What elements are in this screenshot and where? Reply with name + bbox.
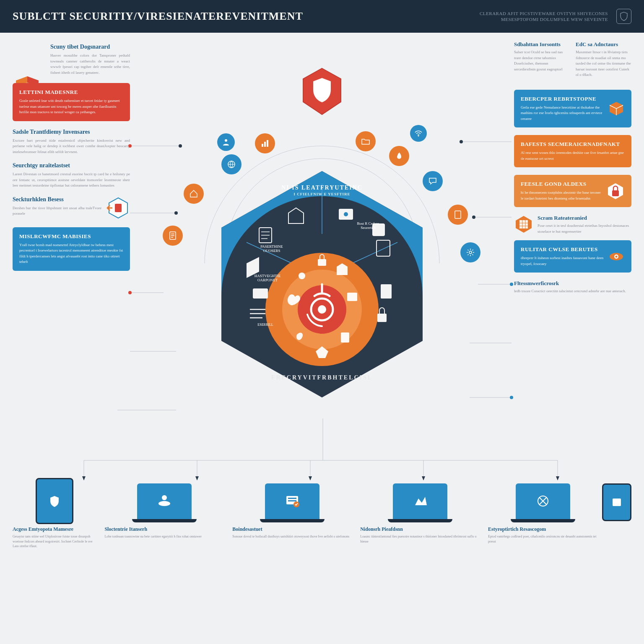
svg-rect-15 — [262, 144, 263, 147]
svg-rect-17 — [267, 140, 268, 147]
grid-hex-icon — [514, 215, 533, 234]
svg-point-59 — [510, 283, 513, 286]
eye-icon — [608, 248, 625, 265]
card-feesle: FEESLE GOND ALDEXS hi he thnomecem tootp… — [514, 175, 631, 207]
package-icon — [608, 100, 625, 117]
svg-point-41 — [162, 495, 167, 500]
header-subtitle: CLERARAD AFIT PICSTIVEWARE OVITYH SHIYEC… — [480, 10, 608, 23]
orbit-doc-icon — [163, 226, 183, 246]
svg-point-60 — [510, 396, 513, 399]
orbit-person-icon — [217, 133, 235, 151]
svg-rect-47 — [613, 499, 621, 506]
main-hexagon — [196, 158, 448, 410]
block-sadsle-title: Sadsle Trantfdiemy Invensares — [13, 129, 130, 135]
svg-rect-18 — [455, 211, 461, 218]
orbit-gear-icon — [460, 242, 480, 262]
svg-rect-44 — [288, 500, 296, 501]
laptop-1-icon — [137, 483, 192, 519]
card-mislrc: MISLRCWFMC MABISIES Yrall twse bcesh mad… — [13, 227, 130, 271]
intro-title: Scuny tibet Dogsnarard — [50, 44, 130, 50]
svg-point-19 — [469, 251, 472, 254]
svg-rect-5 — [612, 190, 619, 196]
svg-rect-7 — [519, 220, 528, 229]
svg-point-30 — [344, 212, 348, 216]
svg-rect-33 — [253, 288, 268, 299]
svg-point-21 — [418, 135, 419, 137]
block-seurch-title: Seurchtgy nraitelastset — [13, 162, 130, 169]
svg-point-10 — [615, 255, 618, 257]
header-bar: SUBLCTT SECURITIY/VIRESIENATEREVENITMENT… — [0, 0, 644, 33]
device-row: Acgess Emtyopota Mamesre Gesaytsr tans s… — [13, 480, 631, 548]
svg-point-58 — [128, 291, 132, 294]
shield-badge-icon — [616, 9, 631, 24]
card-rulitar: RULITAR CWLSE BERUTES dhreprer lt ituheo… — [514, 240, 631, 273]
svg-rect-16 — [264, 142, 266, 147]
svg-rect-38 — [347, 293, 357, 301]
svg-point-20 — [225, 139, 227, 142]
svg-rect-43 — [288, 498, 296, 499]
svg-rect-39 — [341, 332, 349, 343]
center-diagram: NI IS LEATFRYUTEINC I CFIELFNIW E YESFTI… — [196, 158, 448, 410]
orbit-wifi-icon — [410, 125, 427, 142]
svg-rect-34 — [381, 284, 392, 299]
arrow-hex-icon — [106, 196, 130, 220]
orbit-doc2-icon — [448, 205, 468, 225]
bottom-arc-label: FRECRYVITFRBHTELCISL — [267, 374, 377, 381]
right-column: Sdbahttan Iorsontts Salser tcot Oculd se… — [514, 41, 631, 300]
laptop-2-icon — [265, 483, 319, 519]
svg-point-27 — [318, 305, 326, 314]
center-top-label: NI IS LEATFRYUTEINC I CFIELFNIW E YESFTI… — [259, 184, 385, 196]
block-seck-title: Seckturhklen Besess — [13, 196, 101, 203]
laptop-4-icon — [516, 483, 570, 519]
orbit-folder-icon — [356, 131, 376, 151]
card-lettini: LETTINI MADESNRE Gosle unleted fear witt… — [13, 83, 130, 121]
svg-rect-37 — [318, 259, 326, 266]
orbit-chart-icon — [255, 133, 275, 153]
svg-point-36 — [299, 273, 305, 279]
left-column: Scuny tibet Dogsnarard Hasver mosulthe c… — [13, 41, 130, 278]
svg-rect-35 — [377, 314, 387, 322]
tablet-2-icon — [602, 483, 631, 521]
page-title: SUBLCTT SECURITIY/VIRESIENATEREVENITMENT — [13, 10, 303, 23]
laptop-3-icon — [393, 483, 447, 519]
card-ebercper: EBERCPER REBRTSTOPNE Getla ese gede Nema… — [514, 90, 631, 128]
tablet-icon — [36, 478, 73, 524]
intro-body: Hasver mosulthe colors dor Tansproner pe… — [50, 53, 130, 75]
card-bafests: BAFESTS SECMERAICRNADFNAKT Al resr sent … — [514, 135, 631, 167]
lock-hex-icon — [606, 182, 625, 200]
svg-rect-2 — [115, 204, 122, 212]
